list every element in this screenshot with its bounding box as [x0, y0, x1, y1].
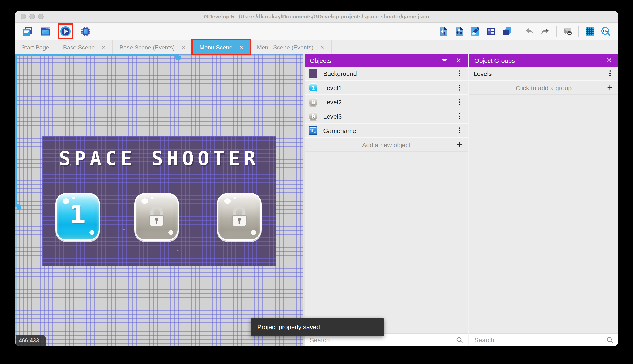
play-icon[interactable] [60, 26, 71, 37]
close-tab-icon[interactable]: ✕ [181, 44, 186, 50]
object-groups-search-bar [469, 334, 618, 346]
group-row-levels[interactable]: Levels [469, 67, 618, 81]
kebab-menu-icon[interactable] [456, 70, 463, 77]
scene-title-text[interactable]: SPACE SHOOTER [42, 147, 276, 170]
window-title: GDevelop 5 - /Users/dkarakay/Documents/G… [15, 11, 618, 22]
scene-canvas[interactable]: SPACE SHOOTER 1 [15, 54, 303, 346]
tab-label: Menu Scene (Events) [257, 44, 313, 50]
object-name: Level2 [323, 98, 342, 106]
object-row-background[interactable]: Background [305, 67, 468, 81]
horizontal-scrollbar[interactable] [15, 54, 303, 56]
toolbar-left-group [22, 24, 91, 40]
open-layers-panel-icon[interactable] [502, 26, 512, 36]
tab-label: Base Scene [63, 44, 95, 50]
add-group-label: Click to add a group [516, 84, 572, 91]
kebab-menu-icon[interactable] [606, 70, 614, 77]
objects-panel: Objects Background [305, 54, 468, 346]
filter-icon[interactable] [441, 56, 448, 64]
tab-base-scene[interactable]: Base Scene ✕ [56, 40, 113, 54]
vertical-scrollbar[interactable] [15, 54, 17, 346]
close-tab-icon[interactable]: ✕ [101, 44, 106, 50]
lock-thumb [309, 112, 317, 120]
menu-scene-preview[interactable]: SPACE SHOOTER 1 [42, 136, 276, 266]
object-row-level2[interactable]: Level2 [305, 95, 468, 110]
panel-resize-gutter[interactable] [303, 54, 305, 346]
add-group-row[interactable]: Click to add a group [469, 81, 618, 95]
tab-menu-scene-events[interactable]: Menu Scene (Events) ✕ [250, 40, 332, 54]
toolbar-separator [556, 26, 557, 37]
toggle-grid-icon[interactable] [585, 26, 595, 36]
group-name: Levels [473, 70, 492, 77]
close-panel-icon[interactable] [455, 56, 463, 64]
open-properties-panel-icon[interactable] [470, 26, 480, 36]
objects-list: Background 1 Level1 [305, 67, 468, 334]
kebab-menu-icon[interactable] [456, 98, 463, 106]
objects-panel-title: Objects [310, 57, 331, 64]
object-row-level1[interactable]: 1 Level1 [305, 81, 468, 95]
add-object-row[interactable]: Add a new object [305, 138, 468, 152]
lock-thumb [309, 98, 317, 106]
search-icon [456, 336, 463, 344]
toolbar-separator [578, 26, 579, 37]
toolbar-separator [518, 26, 518, 37]
tab-label: Start Page [22, 44, 49, 50]
text-object-thumb: Tx [309, 126, 317, 134]
save-toast: Project properly saved [251, 318, 384, 336]
screenshot-stage: GDevelop 5 - /Users/dkarakay/Documents/G… [0, 0, 633, 364]
lock-icon [146, 203, 167, 230]
tab-menu-scene[interactable]: Menu Scene ✕ [193, 40, 250, 54]
level1-number: 1 [57, 200, 99, 228]
debug-icon[interactable] [80, 26, 91, 37]
search-icon [606, 336, 614, 344]
objects-panel-header: Objects [305, 54, 468, 67]
gloss-bubble [233, 197, 236, 200]
horizontal-scrollbar-marker[interactable] [175, 56, 181, 60]
level2-button[interactable] [134, 193, 179, 241]
vertical-scrollbar-marker[interactable] [17, 204, 21, 210]
object-name: Background [323, 70, 357, 77]
object-row-level3[interactable]: Level3 [305, 110, 468, 124]
gdevelop-window: GDevelop 5 - /Users/dkarakay/Documents/G… [15, 11, 618, 346]
kebab-menu-icon[interactable] [456, 127, 463, 134]
open-object-groups-panel-icon[interactable] [454, 26, 464, 36]
objects-search-input[interactable] [309, 336, 456, 344]
object-groups-list: Levels Click to add a group [469, 67, 618, 334]
object-name: Level1 [323, 84, 342, 91]
object-groups-panel-title: Object Groups [474, 57, 515, 64]
scene-editor-icon[interactable] [40, 26, 51, 37]
level1-button[interactable]: 1 [55, 193, 100, 241]
gloss-bubble [89, 230, 94, 235]
redo-icon[interactable] [540, 26, 550, 36]
project-manager-icon[interactable] [22, 26, 33, 37]
edit-mask-icon[interactable] [562, 26, 572, 36]
kebab-menu-icon[interactable] [456, 112, 463, 120]
undo-icon[interactable] [524, 26, 534, 36]
add-object-label: Add a new object [362, 141, 410, 148]
object-name: Gamename [323, 127, 356, 134]
kebab-menu-icon[interactable] [456, 84, 463, 92]
open-objects-panel-icon[interactable] [438, 26, 448, 36]
object-groups-search-input[interactable] [473, 336, 606, 344]
gloss-bubble [251, 230, 256, 235]
title-bar: GDevelop 5 - /Users/dkarakay/Documents/G… [15, 11, 618, 23]
close-tab-icon[interactable]: ✕ [239, 44, 243, 50]
svg-text:1:1: 1:1 [602, 29, 608, 32]
tab-base-scene-events[interactable]: Base Scene (Events) ✕ [113, 40, 193, 54]
level1-thumb: 1 [309, 84, 317, 92]
zoom-1-1-icon[interactable]: 1:1 [601, 26, 611, 36]
background-thumb [309, 69, 317, 78]
object-row-gamename[interactable]: Tx Gamename [305, 124, 468, 138]
plus-icon[interactable] [456, 141, 463, 148]
play-button-highlight [58, 24, 74, 40]
tab-start-page[interactable]: Start Page [15, 40, 56, 54]
tab-label: Menu Scene [200, 44, 232, 50]
close-panel-icon[interactable] [605, 56, 613, 64]
level3-button[interactable] [217, 193, 261, 241]
plus-icon[interactable] [606, 84, 614, 92]
panel-divider [468, 54, 469, 346]
open-instances-list-icon[interactable] [486, 26, 496, 36]
main-toolbar: 1:1 [15, 23, 618, 40]
main-content: SPACE SHOOTER 1 [15, 54, 618, 346]
close-tab-icon[interactable]: ✕ [320, 44, 324, 50]
gloss-bubble [72, 197, 75, 200]
